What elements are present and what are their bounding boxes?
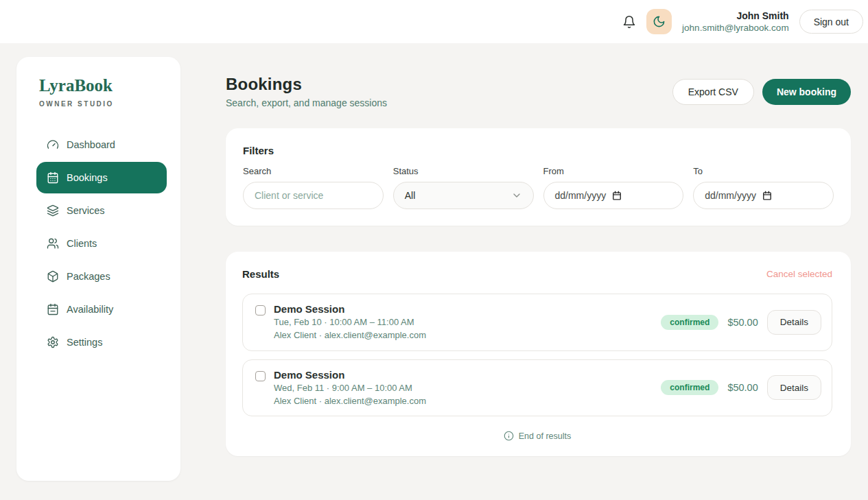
booking-row: Demo Session Wed, Feb 11 · 9:00 AM – 10:… <box>242 359 832 417</box>
to-date-placeholder: dd/mm/yyyy <box>705 190 756 201</box>
new-booking-button[interactable]: New booking <box>762 79 851 105</box>
sidebar-item-dashboard[interactable]: Dashboard <box>36 129 167 160</box>
booking-client: Alex Client · alex.client@example.com <box>274 330 426 341</box>
sidebar-item-label: Bookings <box>67 172 108 183</box>
sidebar-item-packages[interactable]: Packages <box>36 261 167 292</box>
brand-subtitle: OWNER STUDIO <box>39 100 180 108</box>
booking-price: $50.00 <box>727 382 758 393</box>
sidebar-item-clients[interactable]: Clients <box>36 228 167 259</box>
brand-logo: LyraBook <box>39 76 180 95</box>
status-badge: confirmed <box>661 315 718 330</box>
calendar-icon <box>612 191 622 200</box>
sidebar-item-label: Clients <box>67 238 97 249</box>
details-button[interactable]: Details <box>767 375 821 400</box>
filters-card: Filters Search Status All From <box>226 128 851 226</box>
gauge-icon <box>47 139 59 151</box>
sidebar-item-settings[interactable]: Settings <box>36 326 167 358</box>
end-of-results: End of results <box>242 431 832 441</box>
results-card: Results Cancel selected Demo Session Tue… <box>226 252 851 456</box>
calendar-icon <box>47 303 59 316</box>
booking-price: $50.00 <box>727 317 758 328</box>
end-of-results-text: End of results <box>519 431 571 441</box>
layers-icon <box>47 204 59 217</box>
user-name: John Smith <box>682 10 789 22</box>
theme-toggle-button[interactable] <box>646 9 672 34</box>
from-date-input[interactable]: dd/mm/yyyy <box>543 182 684 209</box>
sidebar-item-label: Availability <box>67 304 113 315</box>
sign-out-button[interactable]: Sign out <box>799 10 863 34</box>
page-title: Bookings <box>226 75 387 94</box>
sidebar-item-label: Settings <box>67 337 102 348</box>
sidebar-item-label: Services <box>67 205 105 216</box>
filters-heading: Filters <box>243 145 834 156</box>
booking-when: Wed, Feb 11 · 9:00 AM – 10:00 AM <box>274 383 426 394</box>
sidebar: LyraBook OWNER STUDIO Dashboard <box>16 57 180 481</box>
package-icon <box>47 270 59 283</box>
results-heading: Results <box>242 268 279 280</box>
calendar-icon <box>47 171 59 184</box>
to-label: To <box>693 166 834 176</box>
user-block: John Smith john.smith@lyrabook.com <box>682 10 789 34</box>
sidebar-item-services[interactable]: Services <box>36 195 167 226</box>
sidebar-item-bookings[interactable]: Bookings <box>36 162 167 193</box>
from-date-placeholder: dd/mm/yyyy <box>555 190 607 201</box>
status-select[interactable]: All <box>393 182 534 209</box>
calendar-icon <box>762 191 772 200</box>
main-content: Bookings Search, export, and manage sess… <box>226 57 851 481</box>
details-button[interactable]: Details <box>767 310 821 335</box>
to-date-input[interactable]: dd/mm/yyyy <box>693 182 834 209</box>
page-subtitle: Search, export, and manage sessions <box>226 97 387 108</box>
booking-row: Demo Session Tue, Feb 10 · 10:00 AM – 11… <box>242 294 832 351</box>
sidebar-item-label: Packages <box>67 271 110 282</box>
cancel-selected-link[interactable]: Cancel selected <box>766 269 832 279</box>
search-input[interactable] <box>243 182 384 209</box>
bell-icon <box>622 15 636 29</box>
booking-title: Demo Session <box>274 369 426 381</box>
topbar: John Smith john.smith@lyrabook.com Sign … <box>0 0 868 43</box>
sidebar-nav: Dashboard Bookings <box>16 129 180 358</box>
booking-when: Tue, Feb 10 · 10:00 AM – 11:00 AM <box>274 317 426 328</box>
status-label: Status <box>393 166 534 176</box>
export-csv-button[interactable]: Export CSV <box>672 79 754 105</box>
status-badge: confirmed <box>661 380 718 395</box>
booking-title: Demo Session <box>274 303 426 315</box>
search-label: Search <box>243 166 384 176</box>
booking-checkbox[interactable] <box>255 305 266 316</box>
user-email: john.smith@lyrabook.com <box>682 22 789 34</box>
chevron-down-icon <box>511 190 522 201</box>
users-icon <box>47 237 59 250</box>
booking-checkbox[interactable] <box>255 371 266 381</box>
sidebar-item-availability[interactable]: Availability <box>36 294 167 325</box>
status-select-value: All <box>405 190 416 201</box>
from-label: From <box>543 166 684 176</box>
sidebar-item-label: Dashboard <box>67 139 115 150</box>
info-icon <box>504 431 514 441</box>
moon-icon <box>653 15 666 28</box>
notifications-button[interactable] <box>622 15 636 29</box>
booking-client: Alex Client · alex.client@example.com <box>274 396 426 407</box>
gear-icon <box>47 336 59 348</box>
